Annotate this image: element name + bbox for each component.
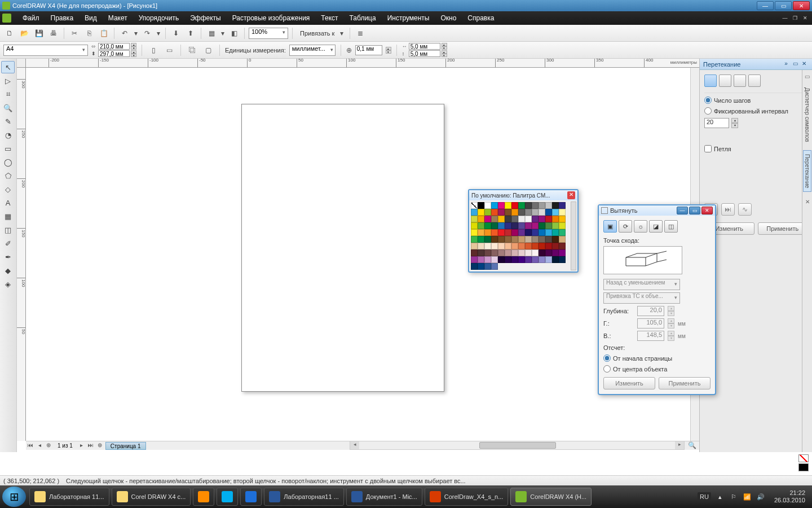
color-swatch[interactable] xyxy=(559,236,566,243)
color-swatch[interactable] xyxy=(491,216,498,222)
color-swatch[interactable] xyxy=(505,222,511,229)
color-swatch[interactable] xyxy=(525,222,532,229)
color-swatch[interactable] xyxy=(532,202,539,209)
color-swatch[interactable] xyxy=(552,222,559,229)
color-swatch[interactable] xyxy=(471,256,478,263)
color-swatch[interactable] xyxy=(491,202,498,209)
maximize-button[interactable]: ▭ xyxy=(775,1,792,10)
color-swatch[interactable] xyxy=(478,229,484,236)
color-swatch[interactable] xyxy=(471,209,478,216)
outline-tool[interactable]: ✒ xyxy=(1,251,15,263)
close-button[interactable]: ✕ xyxy=(793,1,810,10)
zoom-combo[interactable]: 100% xyxy=(249,28,288,39)
extrude-docker-window[interactable]: Вытянуть — ▭ ✕ ▣ ⟳ ☼ ◪ ◫ Точка схода: На… xyxy=(598,204,716,395)
color-swatch[interactable] xyxy=(518,216,525,222)
color-swatch[interactable] xyxy=(498,256,505,263)
color-swatch[interactable] xyxy=(484,263,491,270)
taskbar-item[interactable] xyxy=(217,488,238,506)
color-swatch[interactable] xyxy=(559,216,566,222)
color-swatch[interactable] xyxy=(491,263,498,270)
color-swatch[interactable] xyxy=(525,236,532,243)
duplicate-y-input[interactable]: 5,0 мм xyxy=(409,50,440,57)
color-swatch[interactable] xyxy=(511,229,518,236)
color-swatch[interactable] xyxy=(539,216,545,222)
zoom-tool[interactable]: 🔍 xyxy=(1,102,15,114)
blend-misc-tab[interactable] xyxy=(748,75,761,87)
palette-titlebar[interactable]: По умолчанию: Палитра СМ... ✕ xyxy=(469,190,577,200)
color-swatch[interactable] xyxy=(525,216,532,222)
interactive-tool[interactable]: ◫ xyxy=(1,224,15,236)
menu-инструменты[interactable]: Инструменты xyxy=(382,12,435,24)
color-swatch[interactable] xyxy=(552,256,559,263)
color-swatch[interactable] xyxy=(511,202,518,209)
color-swatch[interactable] xyxy=(478,263,484,270)
add-page-after-button[interactable]: ⊕ xyxy=(95,442,104,450)
color-swatch[interactable] xyxy=(505,243,511,249)
color-swatch[interactable] xyxy=(525,209,532,216)
pick-tool[interactable]: ↖ xyxy=(1,61,15,73)
color-swatch[interactable] xyxy=(498,249,505,256)
minimize-button[interactable]: — xyxy=(757,1,774,10)
color-swatch[interactable] xyxy=(478,202,484,209)
color-swatch[interactable] xyxy=(525,256,532,263)
color-swatch[interactable] xyxy=(471,263,478,270)
cut-button[interactable]: ✂ xyxy=(68,27,81,40)
color-swatch[interactable] xyxy=(511,249,518,256)
open-button[interactable]: 📂 xyxy=(18,27,30,40)
welcome-button[interactable]: ◧ xyxy=(228,27,240,40)
color-swatch[interactable] xyxy=(491,209,498,216)
duplicate-x-input[interactable]: 5,0 мм xyxy=(409,43,440,50)
color-swatch[interactable] xyxy=(471,243,478,249)
color-swatch[interactable] xyxy=(532,222,539,229)
h-input[interactable]: 105,0 xyxy=(637,318,664,329)
landscape-button[interactable]: ▭ xyxy=(163,44,175,56)
extrude-edit-button[interactable]: Изменить xyxy=(603,377,655,389)
extrude-color-tab[interactable]: ◪ xyxy=(649,220,663,233)
color-swatch[interactable] xyxy=(484,216,491,222)
color-swatch[interactable] xyxy=(532,249,539,256)
menu-файл[interactable]: Файл xyxy=(17,12,45,24)
color-swatch[interactable] xyxy=(552,229,559,236)
color-swatch[interactable] xyxy=(478,216,484,222)
steps-spinner[interactable]: ▴▾ xyxy=(731,118,738,128)
import-button[interactable]: ⬇ xyxy=(170,27,182,40)
color-swatch[interactable] xyxy=(518,222,525,229)
horizontal-ruler[interactable]: -200-150-100-50050100150200250300350400 … xyxy=(26,59,699,68)
extrude-titlebar[interactable]: Вытянуть — ▭ ✕ xyxy=(599,205,715,216)
color-swatch[interactable] xyxy=(545,209,552,216)
extrude-bevel-tab[interactable]: ◫ xyxy=(664,220,678,233)
color-swatch[interactable] xyxy=(471,249,478,256)
menu-упорядочить[interactable]: Упорядочить xyxy=(133,12,184,24)
scroll-thumb[interactable] xyxy=(359,441,675,449)
color-swatch[interactable] xyxy=(552,236,559,243)
color-swatch[interactable] xyxy=(478,249,484,256)
color-swatch[interactable] xyxy=(471,229,478,236)
color-swatch[interactable] xyxy=(525,229,532,236)
new-button[interactable]: 🗋 xyxy=(3,27,16,40)
menu-текст[interactable]: Текст xyxy=(315,12,343,24)
horizontal-scrollbar[interactable]: ◂ ▸ xyxy=(350,441,685,450)
outline-colorwell[interactable] xyxy=(798,463,809,471)
extrude-maximize-button[interactable]: ▭ xyxy=(689,207,700,214)
color-swatch[interactable] xyxy=(491,243,498,249)
add-page-before-button[interactable]: ⊕ xyxy=(44,442,53,450)
color-swatch[interactable] xyxy=(505,209,511,216)
color-swatch[interactable] xyxy=(539,236,545,243)
color-swatch[interactable] xyxy=(478,256,484,263)
menu-макет[interactable]: Макет xyxy=(103,12,133,24)
ellipse-tool[interactable]: ◯ xyxy=(1,156,15,168)
color-swatch[interactable] xyxy=(532,209,539,216)
eyedropper-tool[interactable]: ✐ xyxy=(1,237,15,249)
docker-undock-button[interactable]: ▭ xyxy=(791,60,800,68)
color-swatch[interactable] xyxy=(532,216,539,222)
color-swatch[interactable] xyxy=(484,229,491,236)
taskbar-item[interactable]: CorelDRAW X4 (Н... xyxy=(510,488,592,506)
taskbar-item[interactable]: Лабораторная 11... xyxy=(29,488,109,506)
color-swatch[interactable] xyxy=(505,229,511,236)
interactive-fill-tool[interactable]: ◈ xyxy=(1,278,15,290)
path-arc-button[interactable]: ∿ xyxy=(738,203,752,216)
taskbar-clock[interactable]: 21:22 26.03.2010 xyxy=(770,489,810,504)
color-swatch[interactable] xyxy=(505,202,511,209)
color-swatch[interactable] xyxy=(545,256,552,263)
color-swatch[interactable] xyxy=(518,236,525,243)
